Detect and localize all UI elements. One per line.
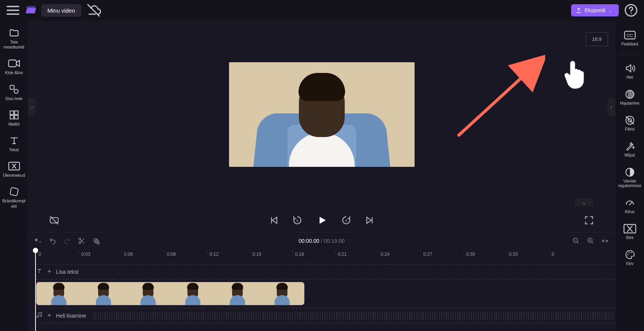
fit-timeline-button[interactable]	[601, 237, 609, 245]
svg-line-10	[459, 60, 541, 135]
skip-back-button[interactable]	[268, 215, 279, 226]
play-icon	[316, 215, 328, 226]
audio-track[interactable]: + Heli lisamine	[36, 308, 615, 323]
camera-icon	[2, 58, 26, 69]
playhead[interactable]	[33, 248, 38, 253]
text-track-label: Lisa tekst	[56, 269, 79, 275]
speedometer-icon	[618, 197, 642, 208]
app-logo-icon	[25, 6, 37, 15]
sidebar-item-templates[interactable]: Mallid	[1, 107, 27, 130]
ruler-tick-label: 0:03	[81, 252, 90, 257]
project-title[interactable]: Minu video	[41, 4, 81, 17]
text-icon	[2, 135, 26, 146]
ruler[interactable]: 00:030:060:090:120:150:180:210:240:270:3…	[28, 249, 615, 261]
sidebar-item-label: Kirje &loo	[2, 70, 26, 75]
undo-button[interactable]	[49, 237, 56, 245]
transition-icon	[618, 223, 642, 234]
expand-left-panel-button[interactable]: ›	[28, 98, 36, 116]
ruler-tick-label: 0:09	[167, 252, 176, 257]
half-circle-icon	[618, 167, 642, 178]
zoom-in-icon	[587, 237, 594, 245]
sidebar-item-text[interactable]: Tekst	[1, 132, 27, 155]
preview-canvas[interactable]	[229, 62, 415, 167]
rewind-5s-button[interactable]: 5	[292, 215, 303, 226]
ruler-tick: 0	[549, 250, 592, 253]
export-button[interactable]: Ekspordi ⌄	[571, 4, 619, 16]
text-track[interactable]: + Lisa tekst	[36, 265, 615, 279]
svg-point-3	[14, 89, 18, 94]
audio-waveform	[93, 312, 615, 320]
aspect-ratio-button[interactable]: 16:9	[586, 32, 608, 46]
right-item-fade[interactable]: Hajutamine	[617, 86, 643, 109]
play-button[interactable]	[316, 215, 328, 226]
fullscreen-button[interactable]	[584, 215, 594, 226]
skip-back-icon	[268, 215, 279, 226]
svg-rect-7	[15, 115, 18, 119]
center-area: 16:9 › ‹ ⌄ 5 5	[28, 21, 615, 331]
ruler-tick-label: 0:12	[210, 252, 218, 257]
redo-button[interactable]	[63, 237, 71, 245]
ruler-tick: 0:15	[250, 250, 292, 253]
undo-icon	[49, 237, 56, 245]
svg-text:5: 5	[296, 219, 298, 223]
right-item-transition[interactable]: Siire	[617, 220, 643, 243]
ruler-tick: 0:03	[79, 250, 121, 253]
split-button[interactable]	[78, 237, 86, 245]
palette-icon	[618, 249, 642, 260]
timeline-panel: 00:00.00 / 00:19.00 00:030:060:090:120:1…	[28, 232, 615, 331]
svg-rect-6	[10, 115, 13, 119]
svg-rect-1	[8, 60, 16, 67]
right-item-filters[interactable]: Filtrid	[617, 112, 643, 135]
annotation-arrow-icon	[457, 49, 545, 137]
duration-time: 00:19.00	[324, 238, 345, 244]
zoom-out-button[interactable]	[572, 237, 580, 245]
right-item-label: Siire	[618, 236, 642, 240]
shapes-icon	[2, 84, 26, 95]
visibility-off-button[interactable]	[86, 3, 101, 18]
svg-text:CC: CC	[626, 33, 633, 38]
sidebar-item-label: Üleminekud	[2, 173, 26, 178]
svg-rect-9	[10, 187, 18, 196]
video-clip[interactable]	[36, 282, 305, 305]
menu-button[interactable]	[5, 3, 21, 18]
right-item-effects[interactable]: Mõjud	[617, 138, 643, 161]
ruler-tick-label: 0:06	[124, 252, 133, 257]
forward-5s-button[interactable]: 5	[341, 215, 352, 226]
right-item-label: Pealdised	[618, 42, 642, 47]
right-item-speed[interactable]: Kiirus	[617, 194, 643, 217]
sidebar-item-media[interactable]: Teie meediumid	[1, 24, 27, 53]
ruler-tick: 0:12	[207, 250, 250, 253]
sparkle-icon	[34, 237, 42, 245]
ruler-tick: 0:27	[421, 250, 463, 253]
duplicate-button[interactable]	[92, 237, 100, 245]
collapse-timeline-button[interactable]: ⌄	[575, 199, 594, 206]
chevron-down-icon: ⌄	[608, 8, 612, 13]
svg-point-14	[79, 238, 81, 240]
sidebar-item-content-library[interactable]: Sisu teek	[1, 81, 27, 104]
sidebar-item-transitions[interactable]: Üleminekud	[1, 158, 27, 181]
right-item-audio[interactable]: Heli	[617, 60, 643, 83]
ruler-tick-label: 0:18	[295, 252, 304, 257]
sidebar-item-label: Sisu teek	[2, 96, 26, 101]
plus-icon: +	[47, 268, 52, 276]
expand-right-panel-button[interactable]: ‹	[607, 98, 615, 116]
sidebar-item-label: Teie meediumid	[2, 40, 26, 50]
preview-stage: 16:9 › ‹ ⌄	[28, 21, 615, 208]
help-button[interactable]	[623, 3, 639, 18]
svg-rect-5	[15, 111, 18, 114]
right-item-label: Hajutamine	[618, 101, 642, 106]
skip-forward-icon	[365, 215, 375, 226]
right-item-color[interactable]: Värv	[617, 246, 643, 269]
skip-forward-button[interactable]	[365, 215, 375, 226]
auto-compose-button[interactable]	[34, 237, 42, 245]
right-rail: CC Pealdised Heli Hajutamine Filtrid Mõj…	[615, 21, 644, 331]
svg-point-27	[629, 204, 631, 205]
fade-icon	[618, 89, 642, 100]
ruler-tick-label: 0:33	[509, 252, 518, 257]
sidebar-item-brandkit[interactable]: Brändikomplekt	[1, 183, 27, 212]
safe-zone-toggle-button[interactable]	[49, 215, 60, 226]
sidebar-item-record[interactable]: Kirje &loo	[1, 55, 27, 78]
right-item-color-adjust[interactable]: Värvide reguleerimine	[617, 164, 643, 191]
right-item-captions[interactable]: CC Pealdised	[617, 27, 643, 50]
zoom-in-button[interactable]	[587, 237, 594, 245]
